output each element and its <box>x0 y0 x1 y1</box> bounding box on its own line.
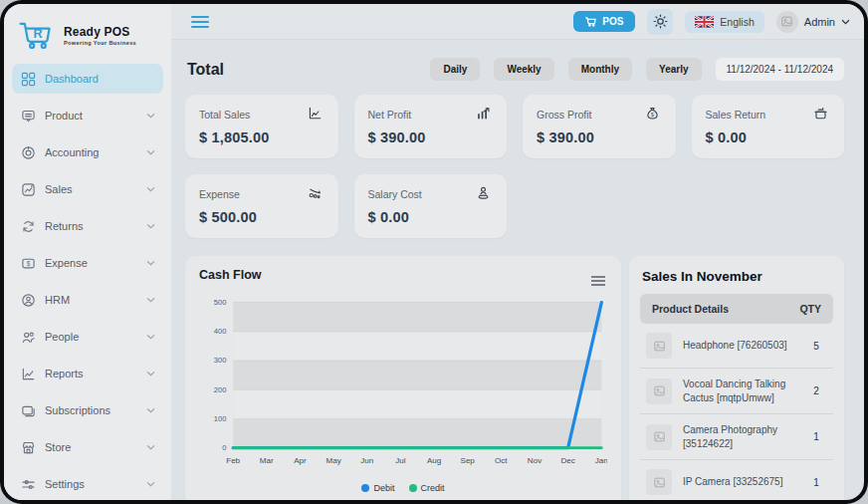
filter-yearly-button[interactable]: Yearly <box>646 58 701 81</box>
legend-credit[interactable]: Credit <box>409 483 445 493</box>
store-icon <box>20 439 36 455</box>
cart-icon <box>585 16 597 27</box>
sidebar-item-sales[interactable]: Sales <box>12 174 163 204</box>
topbar: POS <box>171 4 864 40</box>
pos-button[interactable]: POS <box>573 11 635 32</box>
svg-text:Dec: Dec <box>561 456 575 465</box>
svg-text:Jun: Jun <box>360 456 373 465</box>
brand-logo: R Ready POS Powering Your Business <box>4 14 171 60</box>
svg-text:Sep: Sep <box>461 456 476 465</box>
product-name: Headphone [76260503] <box>672 339 803 353</box>
svg-text:Feb: Feb <box>226 456 240 465</box>
list-item: Camera Photography [35124622] 1 <box>640 414 833 460</box>
stat-card-total-sales: Total Sales $ 1,805.00 <box>185 95 338 158</box>
uk-flag-icon <box>695 16 714 28</box>
dashboard-icon <box>20 71 36 87</box>
stat-label: Gross Profit <box>537 109 591 121</box>
money-bag-icon: $ <box>645 106 662 123</box>
avatar <box>776 11 798 33</box>
stat-card-gross-profit: Gross Profit $ $ 390.00 <box>523 95 676 158</box>
sidebar-item-reports[interactable]: Reports <box>12 359 163 388</box>
legend-dot <box>409 484 417 492</box>
filter-daily-button[interactable]: Daily <box>430 58 480 81</box>
cashflow-panel: Cash Flow 0100200300400500FebMarAprMayJu… <box>185 256 621 500</box>
sidebar-item-hrm[interactable]: HRM <box>12 285 163 315</box>
chart-title: Cash Flow <box>199 268 262 282</box>
svg-text:200: 200 <box>214 385 227 394</box>
product-image-placeholder <box>646 333 672 359</box>
svg-text:May: May <box>326 456 341 465</box>
expense-icon: $ <box>20 255 36 271</box>
svg-text:300: 300 <box>214 356 227 365</box>
stat-value: $ 500.00 <box>199 209 325 225</box>
svg-text:500: 500 <box>214 298 227 307</box>
chart-menu-icon[interactable] <box>589 274 607 288</box>
brand-name: Ready POS <box>64 25 136 39</box>
app-window: R Ready POS Powering Your Business Dashb… <box>0 0 868 504</box>
product-qty: 2 <box>803 385 829 396</box>
product-image-placeholder <box>646 378 672 404</box>
svg-text:0: 0 <box>222 443 226 452</box>
product-qty: 5 <box>803 341 829 352</box>
product-name: Vocoal Dancing Talking Cactus [mqtpUmww] <box>672 378 803 404</box>
svg-text:Nov: Nov <box>528 456 542 465</box>
settings-icon <box>20 476 36 492</box>
theme-toggle-button[interactable] <box>647 9 673 35</box>
product-image-placeholder <box>646 424 672 450</box>
stat-card-expense: Expense $ 500.00 <box>185 174 338 238</box>
sidebar-item-returns[interactable]: Returns <box>12 211 163 241</box>
product-qty: 1 <box>803 431 829 442</box>
sidebar-item-accounting[interactable]: Accounting <box>12 137 163 167</box>
stat-card-salary-cost: Salary Cost $ 0.00 <box>354 174 508 238</box>
filter-weekly-button[interactable]: Weekly <box>494 58 553 81</box>
svg-text:R: R <box>33 27 42 41</box>
salary-person-icon <box>476 185 493 202</box>
admin-menu[interactable]: Admin <box>776 11 850 33</box>
returns-icon <box>20 218 36 234</box>
return-basket-icon <box>813 106 830 123</box>
product-name: IP Camera [33252675] <box>672 475 803 489</box>
chart-legend: DebitCredit <box>199 483 607 493</box>
pos-dashboard: R Ready POS Powering Your Business Dashb… <box>4 4 864 500</box>
decline-bars-icon <box>308 185 325 202</box>
svg-text:400: 400 <box>214 327 227 336</box>
content: Total DailyWeeklyMonthlyYearly11/12/2024… <box>171 40 864 500</box>
sidebar-item-people[interactable]: People <box>12 322 163 352</box>
sidebar-item-product[interactable]: Product <box>12 101 163 130</box>
sidebar-item-expense[interactable]: $ Expense <box>12 248 163 278</box>
chevron-down-icon <box>146 444 155 450</box>
svg-text:Apr: Apr <box>294 456 307 465</box>
product-list: Headphone [76260503] 5 Vocoal Dancing Ta… <box>640 324 833 500</box>
stat-value: $ 390.00 <box>368 129 494 145</box>
sidebar-item-subscriptions[interactable]: Subscriptions <box>12 395 163 425</box>
sidebar: R Ready POS Powering Your Business Dashb… <box>4 4 171 500</box>
product-icon <box>20 108 36 124</box>
product-image-placeholder <box>646 469 672 495</box>
date-range-picker[interactable]: 11/12/2024 - 11/12/2024 <box>716 58 845 81</box>
stat-label: Salary Cost <box>368 188 422 200</box>
chevron-down-icon <box>146 113 155 119</box>
list-item: IP Camera [33252675] 1 <box>640 460 833 500</box>
product-name: Camera Photography [35124622] <box>672 423 803 450</box>
chevron-down-icon <box>146 334 155 340</box>
chevron-down-icon <box>146 371 155 377</box>
chevron-down-icon <box>146 223 155 229</box>
sidebar-item-settings[interactable]: Settings <box>12 469 163 499</box>
product-table-header: Product Details QTY <box>640 294 833 324</box>
language-selector[interactable]: English <box>685 11 763 33</box>
chevron-down-icon <box>146 297 155 303</box>
sales-in-november-panel: Sales In November Product Details QTY He… <box>629 256 844 500</box>
chevron-down-icon <box>841 19 850 25</box>
sidebar-item-store[interactable]: Store <box>12 432 163 462</box>
legend-debit[interactable]: Debit <box>361 483 394 493</box>
brand-tagline: Powering Your Business <box>64 40 136 46</box>
svg-text:Jan: Jan <box>595 456 607 465</box>
filter-monthly-button[interactable]: Monthly <box>568 58 632 81</box>
stat-value: $ 390.00 <box>537 129 662 145</box>
hamburger-menu-icon[interactable] <box>187 9 213 35</box>
svg-text:$: $ <box>651 112 654 118</box>
sidebar-nav: Dashboard Product Accounting Sales Retur… <box>4 60 171 500</box>
sidebar-item-dashboard[interactable]: Dashboard <box>12 64 163 94</box>
stat-label: Total Sales <box>199 109 250 121</box>
hrm-icon <box>20 292 36 308</box>
